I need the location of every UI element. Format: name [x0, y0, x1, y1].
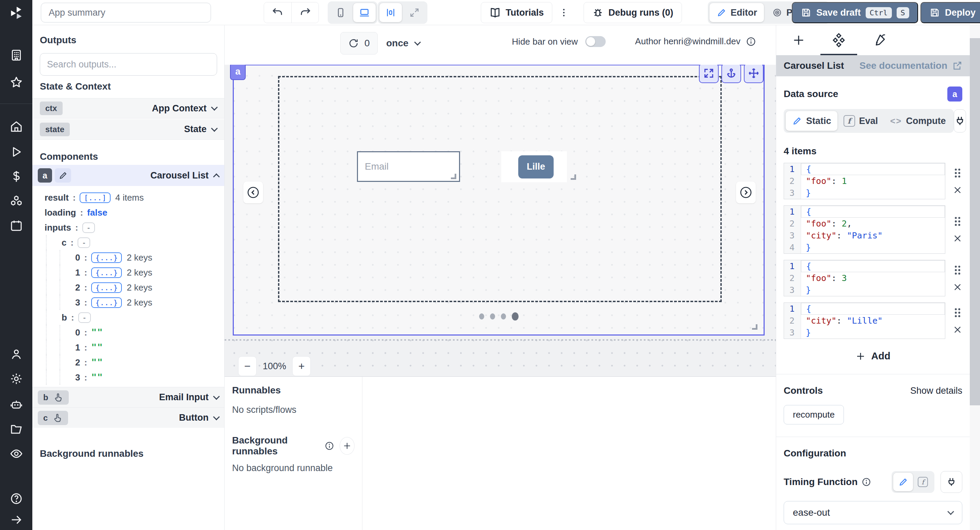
object-pill[interactable]: {...}: [91, 297, 122, 308]
recompute-button[interactable]: recompute: [784, 405, 844, 425]
folder-icon[interactable]: [10, 422, 23, 436]
chevron-down-icon[interactable]: [211, 104, 218, 111]
hide-bar-toggle[interactable]: [585, 36, 606, 47]
timing-function-select[interactable]: ease-out: [784, 501, 962, 524]
dollar-icon[interactable]: [10, 170, 23, 183]
json-editor[interactable]: 1{ 2 "foo": 3 3}: [784, 260, 945, 296]
drag-handle-icon[interactable]: [953, 168, 962, 179]
zoom-in-button[interactable]: +: [292, 356, 311, 376]
carousel-item-container[interactable]: [278, 76, 722, 302]
connect-input-button[interactable]: [940, 471, 962, 493]
email-input-component[interactable]: [357, 151, 460, 182]
object-pill[interactable]: {...}: [91, 267, 122, 278]
cubes-icon[interactable]: [10, 194, 23, 208]
array-pill[interactable]: [...]: [80, 192, 110, 203]
connect-input-button[interactable]: [954, 109, 966, 132]
debug-runs-button[interactable]: Debug runs (0): [584, 2, 682, 23]
static-mode-button[interactable]: [893, 473, 913, 491]
collapse-pill[interactable]: -: [78, 312, 91, 323]
info-icon[interactable]: [325, 441, 334, 451]
tree-row-b0[interactable]: 0: "": [32, 325, 224, 340]
gear-icon[interactable]: [10, 372, 23, 386]
styling-tab[interactable]: [872, 25, 886, 55]
deploy-button[interactable]: Deploy: [920, 2, 980, 23]
json-editor[interactable]: 1{ 2 "foo": 1 3}: [784, 163, 945, 199]
component-settings-tab[interactable]: [831, 25, 846, 55]
carousel-dot[interactable]: [479, 313, 484, 319]
resize-handle[interactable]: [451, 174, 456, 179]
undo-button[interactable]: [264, 2, 291, 23]
info-icon[interactable]: [862, 477, 871, 487]
component-row-carousel[interactable]: a Carousel List: [32, 165, 224, 186]
move-component-button[interactable]: [744, 65, 764, 83]
resize-handle[interactable]: [752, 324, 757, 330]
chevron-down-icon[interactable]: [213, 413, 220, 420]
json-editor[interactable]: 1{ 2 "foo": 2, 3 "city": "Paris" 4}: [784, 205, 945, 254]
tree-row-result[interactable]: result: [...] 4 items: [32, 190, 224, 205]
lille-button-component[interactable]: Lille: [518, 155, 554, 179]
building-icon[interactable]: [10, 48, 23, 62]
chevron-up-icon[interactable]: [213, 173, 220, 180]
star-icon[interactable]: [10, 76, 23, 89]
add-item-button[interactable]: Add: [784, 351, 962, 362]
anchor-component-button[interactable]: [721, 65, 741, 83]
save-draft-button[interactable]: Save draft Ctrl S: [792, 2, 918, 23]
state-row[interactable]: state State: [32, 119, 224, 140]
tree-row-b2[interactable]: 2: "": [32, 355, 224, 370]
mobile-view-button[interactable]: [329, 3, 352, 22]
refresh-button[interactable]: 0: [340, 32, 378, 54]
collapse-pill[interactable]: -: [78, 238, 90, 248]
insert-component-tab[interactable]: [792, 25, 805, 55]
show-details-link[interactable]: Show details: [910, 386, 962, 396]
chevron-down-icon[interactable]: [213, 393, 220, 400]
zoom-out-button[interactable]: −: [238, 356, 256, 376]
scrollbar-thumb[interactable]: [970, 38, 980, 405]
carousel-dot[interactable]: [501, 313, 506, 319]
delete-item-icon[interactable]: [953, 185, 962, 195]
drag-handle-icon[interactable]: [953, 265, 962, 276]
see-documentation-link[interactable]: See documentation: [859, 60, 962, 71]
app-summary-input[interactable]: [41, 3, 211, 22]
user-icon[interactable]: [10, 347, 23, 361]
tree-row-c1[interactable]: 1: {...} 2 keys: [32, 265, 224, 280]
ctx-row[interactable]: ctx App Context: [32, 98, 224, 118]
collapse-pill[interactable]: -: [82, 222, 95, 233]
delete-item-icon[interactable]: [953, 283, 962, 292]
component-row-email[interactable]: b Email Input: [32, 387, 224, 407]
delete-item-icon[interactable]: [953, 325, 962, 334]
object-pill[interactable]: {...}: [91, 252, 122, 263]
tree-row-c[interactable]: c: -: [32, 235, 224, 250]
static-mode-button[interactable]: Static: [786, 111, 837, 131]
expand-component-button[interactable]: [699, 65, 719, 83]
carousel-dot[interactable]: [490, 313, 495, 319]
settings-scrollbar[interactable]: [970, 25, 980, 530]
info-icon[interactable]: [746, 37, 756, 47]
tree-row-c3[interactable]: 3: {...} 2 keys: [32, 295, 224, 310]
help-icon[interactable]: [10, 492, 23, 506]
center-layout-button[interactable]: [379, 3, 402, 22]
fullwidth-layout-button[interactable]: [403, 3, 426, 22]
tree-row-b3[interactable]: 3: "": [32, 370, 224, 385]
home-icon[interactable]: [10, 120, 23, 134]
tree-row-c2[interactable]: 2: {...} 2 keys: [32, 280, 224, 295]
desktop-view-button[interactable]: [353, 3, 375, 22]
chevron-down-icon[interactable]: [211, 125, 218, 132]
tree-row-b1[interactable]: 1: "": [32, 340, 224, 355]
tree-row-inputs[interactable]: inputs: -: [32, 220, 224, 235]
windmill-logo-icon[interactable]: [9, 5, 24, 21]
tutorials-button[interactable]: Tutorials: [481, 2, 552, 23]
play-icon[interactable]: [10, 145, 23, 159]
eye-icon[interactable]: [10, 447, 23, 461]
carousel-dot-active[interactable]: [512, 312, 519, 321]
kebab-menu-button[interactable]: [556, 8, 571, 18]
json-editor[interactable]: 1{ 2 "city": "Lille" 3}: [784, 302, 945, 339]
selected-carousel-component[interactable]: a Lille: [233, 65, 765, 335]
schedule-dropdown[interactable]: once: [379, 32, 427, 54]
drag-handle-icon[interactable]: [953, 216, 962, 227]
add-background-runnable-button[interactable]: [340, 437, 355, 455]
search-outputs-input[interactable]: [40, 53, 217, 76]
app-canvas[interactable]: a Lille: [224, 65, 776, 377]
drag-handle-icon[interactable]: [953, 307, 962, 318]
carousel-prev-button[interactable]: [243, 182, 263, 203]
eval-mode-button[interactable]: f: [913, 473, 933, 491]
